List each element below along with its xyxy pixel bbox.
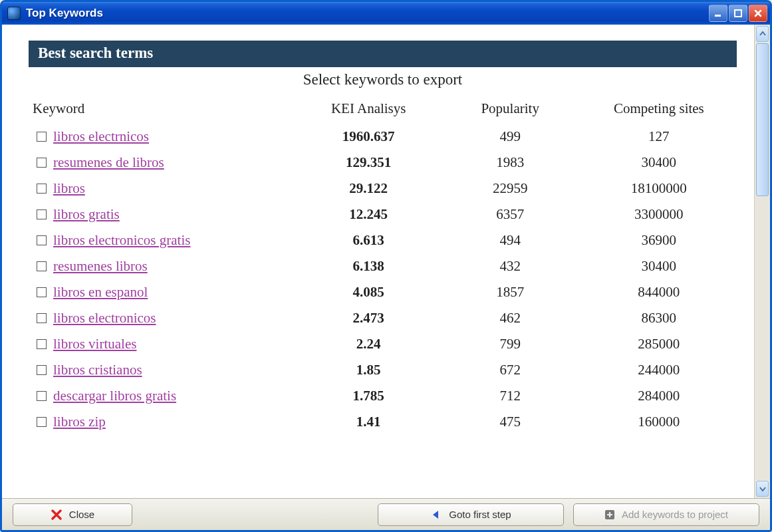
client-area: Best search terms Select keywords to exp… [2, 25, 770, 498]
app-icon [7, 7, 21, 20]
window: Top Keywords Best search terms Select ke… [0, 0, 772, 532]
competing-cell: 86300 [581, 305, 737, 331]
competing-cell: 285000 [581, 331, 737, 357]
keyword-link[interactable]: resumenes libros [53, 258, 148, 275]
keyword-cell: libros [29, 176, 298, 201]
keyword-link[interactable]: libros en espanol [53, 284, 148, 301]
row-checkbox[interactable] [37, 209, 47, 219]
row-checkbox[interactable] [37, 261, 47, 271]
kei-cell: 2.24 [298, 331, 440, 357]
competing-cell: 3300000 [581, 201, 737, 227]
scroll-track[interactable] [756, 43, 769, 479]
scroll-down-button[interactable] [756, 481, 769, 497]
goto-first-step-button[interactable]: Goto first step [378, 503, 564, 526]
vertical-scrollbar[interactable] [754, 25, 770, 498]
close-footer-button[interactable]: Close [13, 503, 132, 526]
popularity-cell: 799 [440, 331, 581, 357]
popularity-cell: 672 [440, 357, 581, 383]
scroll-up-button[interactable] [756, 26, 769, 42]
content: Best search terms Select keywords to exp… [2, 25, 754, 498]
kei-cell: 6.613 [298, 227, 440, 253]
col-popularity: Popularity [440, 98, 581, 124]
table-row: resumenes libros6.13843230400 [29, 253, 737, 279]
window-controls [709, 5, 767, 22]
svg-rect-1 [735, 10, 741, 17]
row-checkbox[interactable] [37, 313, 47, 323]
window-title: Top Keywords [26, 7, 709, 20]
kei-cell: 1960.637 [298, 124, 440, 150]
popularity-cell: 712 [440, 383, 581, 409]
minimize-icon [713, 9, 723, 18]
competing-cell: 30400 [581, 150, 737, 176]
row-checkbox[interactable] [37, 235, 47, 245]
chevron-down-icon [759, 485, 766, 492]
row-checkbox[interactable] [37, 417, 47, 427]
row-checkbox[interactable] [37, 339, 47, 349]
col-keyword: Keyword [29, 98, 298, 124]
competing-cell: 844000 [581, 279, 737, 305]
keyword-cell: libros zip [29, 409, 298, 435]
kei-cell: 1.785 [298, 383, 440, 409]
kei-cell: 129.351 [298, 150, 440, 176]
close-button[interactable] [749, 5, 767, 22]
table-row: libros zip1.41475160000 [29, 409, 737, 435]
add-keywords-button: Add keywords to project [573, 503, 759, 526]
row-checkbox[interactable] [37, 184, 47, 194]
competing-cell: 18100000 [581, 176, 737, 201]
popularity-cell: 462 [440, 305, 581, 331]
maximize-button[interactable] [729, 5, 747, 22]
table-row: libros29.1222295918100000 [29, 176, 737, 201]
keyword-cell: libros electrnicos [29, 124, 298, 150]
minimize-button[interactable] [709, 5, 727, 22]
keyword-link[interactable]: libros [53, 180, 85, 197]
table-row: libros electrnicos1960.637499127 [29, 124, 737, 150]
kei-cell: 6.138 [298, 253, 440, 279]
row-checkbox[interactable] [37, 365, 47, 375]
keyword-link[interactable]: libros electronicos gratis [53, 232, 190, 249]
popularity-cell: 1983 [440, 150, 581, 176]
scroll-thumb[interactable] [756, 43, 769, 196]
keyword-link[interactable]: libros zip [53, 414, 106, 430]
keyword-link[interactable]: libros virtuales [53, 336, 136, 352]
titlebar[interactable]: Top Keywords [2, 2, 770, 25]
row-checkbox[interactable] [37, 287, 47, 297]
keyword-cell: resumenes libros [29, 253, 298, 279]
kei-cell: 1.41 [298, 409, 440, 435]
kei-cell: 2.473 [298, 305, 440, 331]
keyword-link[interactable]: libros cristianos [53, 362, 142, 378]
keyword-link[interactable]: libros electrnicos [53, 128, 149, 145]
maximize-icon [733, 9, 743, 18]
plus-icon [604, 509, 615, 520]
svg-rect-0 [715, 15, 721, 17]
keyword-cell: resumenes de libros [29, 150, 298, 176]
table-row: libros virtuales2.24799285000 [29, 331, 737, 357]
keyword-cell: libros electronicos gratis [29, 227, 298, 253]
keyword-cell: libros cristianos [29, 357, 298, 383]
competing-cell: 284000 [581, 383, 737, 409]
row-checkbox[interactable] [37, 132, 47, 142]
popularity-cell: 1857 [440, 279, 581, 305]
popularity-cell: 475 [440, 409, 581, 435]
arrow-left-icon [430, 509, 442, 521]
row-checkbox[interactable] [37, 391, 47, 401]
table-row: libros cristianos1.85672244000 [29, 357, 737, 383]
col-competing: Competing sites [581, 98, 737, 124]
kei-cell: 4.085 [298, 279, 440, 305]
row-checkbox[interactable] [37, 158, 47, 168]
keyword-link[interactable]: resumenes de libros [53, 154, 164, 171]
popularity-cell: 6357 [440, 201, 581, 227]
table-row: descargar libros gratis1.785712284000 [29, 383, 737, 409]
close-icon [753, 9, 763, 18]
keyword-link[interactable]: libros electronicos [53, 310, 156, 327]
keyword-link[interactable]: descargar libros gratis [53, 388, 176, 404]
close-footer-label: Close [69, 509, 94, 520]
popularity-cell: 432 [440, 253, 581, 279]
competing-cell: 244000 [581, 357, 737, 383]
kei-cell: 1.85 [298, 357, 440, 383]
popularity-cell: 499 [440, 124, 581, 150]
keyword-link[interactable]: libros gratis [53, 206, 120, 223]
competing-cell: 160000 [581, 409, 737, 435]
popularity-cell: 494 [440, 227, 581, 253]
competing-cell: 36900 [581, 227, 737, 253]
keyword-cell: libros virtuales [29, 331, 298, 357]
